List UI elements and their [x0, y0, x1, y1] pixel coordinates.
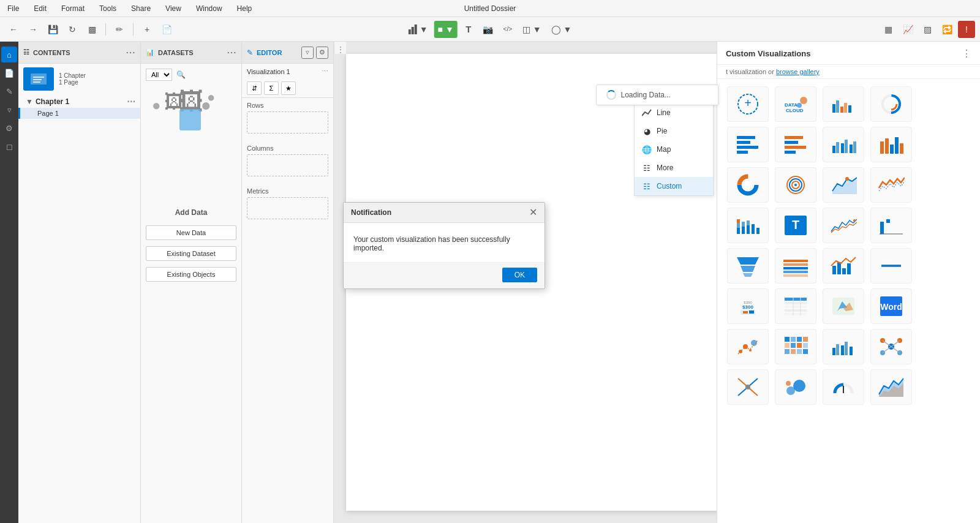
notification-message: Your custom visualization has been succe… — [353, 235, 510, 252]
dialog-close-button[interactable]: ✕ — [529, 208, 537, 217]
notification-dialog: Notification ✕ Your custom visualization… — [343, 202, 545, 289]
dialog-header: Notification ✕ — [344, 203, 545, 223]
dialog-body: Your custom visualization has been succe… — [344, 223, 545, 262]
dialog-title: Notification — [351, 208, 391, 217]
dialog-overlay: Notification ✕ Your custom visualization… — [0, 0, 980, 523]
ok-button[interactable]: OK — [502, 268, 537, 282]
dialog-footer: OK — [344, 262, 545, 288]
